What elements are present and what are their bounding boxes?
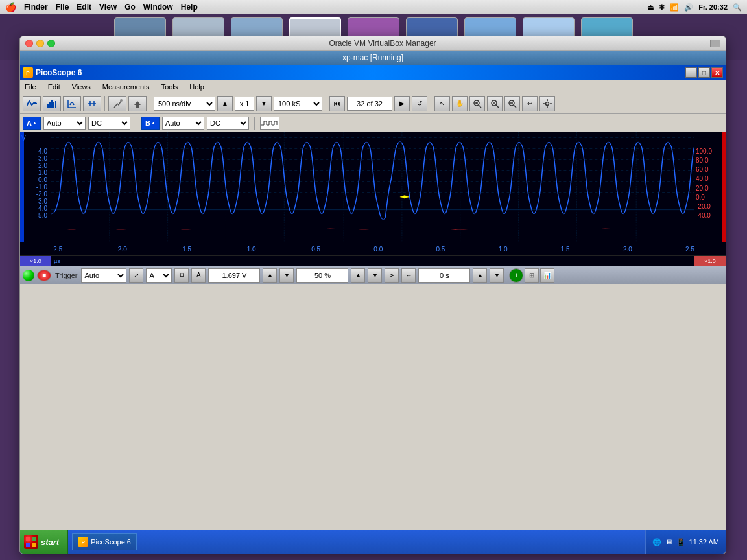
scope-view-btn[interactable]	[23, 96, 41, 111]
trigger-edge-btn[interactable]: ↗	[129, 268, 143, 283]
spectrum-view-btn[interactable]	[43, 96, 61, 111]
time-range-right-value: ×1.0	[694, 256, 726, 266]
svg-rect-51	[32, 537, 36, 541]
graph-btn[interactable]: 📊	[540, 268, 554, 283]
xp-start-button[interactable]: start	[20, 530, 68, 554]
zoom-out-btn[interactable]	[487, 96, 503, 111]
maximize-button[interactable]	[47, 40, 55, 47]
zoom-up[interactable]: ▲	[217, 96, 233, 111]
start-label: start	[41, 537, 59, 547]
xy-view-btn[interactable]	[63, 96, 81, 111]
menu-edit[interactable]: Edit	[46, 83, 62, 91]
x-label-m20: -2.0	[115, 246, 126, 253]
y-label-m40: -4.0	[21, 205, 50, 212]
svg-line-19	[514, 105, 516, 108]
finder-menu[interactable]: Finder	[24, 3, 48, 12]
trigger-mode-select[interactable]: Auto	[81, 268, 126, 283]
taskbar-picoscope[interactable]: P PicoScope 6	[72, 533, 137, 550]
menu-tools[interactable]: Tools	[160, 83, 180, 91]
minimize-pico[interactable]: _	[685, 67, 697, 78]
delay-value: 0 s	[418, 268, 470, 283]
zoom-in-btn[interactable]	[469, 96, 485, 111]
close-button[interactable]	[25, 40, 33, 47]
toolbar-sep-4	[431, 96, 431, 111]
channel-b-range[interactable]: Auto	[162, 117, 204, 130]
x-label-25: 2.5	[685, 246, 694, 253]
menu-help[interactable]: Help	[187, 83, 206, 91]
delay-down[interactable]: ▼	[490, 268, 504, 283]
measure-view-btn[interactable]	[83, 96, 101, 111]
hysteresis-up[interactable]: ▲	[351, 268, 365, 283]
minimize-button[interactable]	[36, 40, 44, 47]
nav-next-btn[interactable]: ▶	[394, 96, 410, 111]
menu-views[interactable]: Views	[70, 83, 93, 91]
oscilloscope-canvas[interactable]	[51, 132, 694, 242]
delay-up[interactable]: ▲	[473, 268, 487, 283]
signal-gen-icon[interactable]	[260, 117, 279, 130]
undo-btn[interactable]: ↩	[522, 96, 538, 111]
view-menu[interactable]: View	[99, 3, 117, 12]
window-menu[interactable]: Window	[143, 3, 173, 12]
nav-first-btn[interactable]: ⏮	[329, 96, 345, 111]
y-label-r-40: 40.0	[696, 175, 723, 182]
zoom-fit-btn[interactable]	[504, 96, 520, 111]
delay-icon[interactable]: ⊳	[385, 268, 399, 283]
svg-rect-23	[547, 106, 548, 108]
svg-rect-0	[47, 104, 49, 108]
x-label-00: 0.0	[374, 246, 383, 253]
go-menu[interactable]: Go	[124, 3, 136, 12]
channel-b-edge	[722, 132, 726, 242]
cursor-arrow-btn[interactable]: ↖	[434, 96, 450, 111]
trigger-auto-set[interactable]: A	[191, 268, 206, 283]
apple-menu[interactable]: 🍎	[5, 2, 16, 12]
toolbar-sep-1	[104, 96, 105, 111]
menu-file[interactable]: File	[23, 83, 38, 91]
settings-btn[interactable]	[540, 96, 555, 111]
toolbar-sep-3	[326, 96, 326, 111]
y-label-m20: -2.0	[21, 191, 50, 198]
samples-select[interactable]: 100 kS	[274, 97, 322, 111]
time-div-select[interactable]: 500 ns/div	[154, 97, 215, 111]
vbox-window: Oracle VM VirtualBox Manager xp-mac [Run…	[19, 36, 726, 554]
svg-rect-53	[32, 542, 36, 547]
help-menu[interactable]: Help	[181, 3, 198, 12]
time-range-bar: ×1.0 µs ×1.0	[20, 255, 726, 266]
capture-counter: 32 of 32	[347, 97, 392, 111]
menu-measurements[interactable]: Measurements	[101, 83, 152, 91]
add-btn[interactable]: +	[509, 268, 523, 283]
trigger-settings-btn[interactable]: ⚙	[174, 268, 189, 283]
maximize-pico[interactable]: □	[698, 67, 710, 78]
file-menu[interactable]: File	[56, 3, 69, 12]
trigger-level-down[interactable]: ▼	[279, 268, 294, 283]
x-axis-row: -2.5 -2.0 -1.5 -1.0 -0.5 0.0 0.5 1.0 1.5…	[20, 242, 726, 255]
y-label-20: 2.0	[21, 162, 50, 169]
channel-a-range[interactable]: Auto	[43, 117, 86, 130]
delay-arrow[interactable]: ↔	[401, 268, 416, 283]
trigger-channel-select[interactable]: A	[146, 268, 172, 283]
y-label-r-20: 20.0	[696, 185, 723, 192]
nav-refresh-btn[interactable]: ↺	[412, 96, 427, 111]
x-axis-labels: -2.5 -2.0 -1.5 -1.0 -0.5 0.0 0.5 1.0 1.5…	[51, 246, 694, 253]
zoom-down[interactable]: ▼	[256, 96, 272, 111]
channel-a-coupling[interactable]: DC	[88, 117, 130, 130]
y-label-m10: -1.0	[21, 183, 50, 191]
table-btn[interactable]: ⊞	[525, 268, 539, 283]
svg-rect-4	[55, 101, 56, 108]
hysteresis-down[interactable]: ▼	[368, 268, 382, 283]
cursor-hand-btn[interactable]: ✋	[452, 96, 468, 111]
channel-b-coupling[interactable]: DC	[207, 117, 249, 130]
stop-btn[interactable]: ■	[37, 270, 51, 281]
vbox-resize[interactable]	[710, 40, 720, 47]
spotlight-icon[interactable]: 🔍	[733, 3, 742, 12]
svg-rect-24	[543, 103, 545, 104]
close-pico[interactable]: ✕	[711, 67, 723, 78]
home-btn[interactable]	[128, 96, 147, 111]
svg-line-16	[496, 105, 499, 108]
y-label-r-m40: -40.0	[696, 212, 723, 219]
trigger-label: Trigger	[54, 272, 78, 279]
y-label-m30: -3.0	[21, 198, 50, 205]
trigger-level-up[interactable]: ▲	[263, 268, 277, 283]
edit-menu[interactable]: Edit	[77, 3, 91, 12]
probe-btn[interactable]	[108, 96, 126, 111]
traffic-lights	[25, 40, 55, 47]
